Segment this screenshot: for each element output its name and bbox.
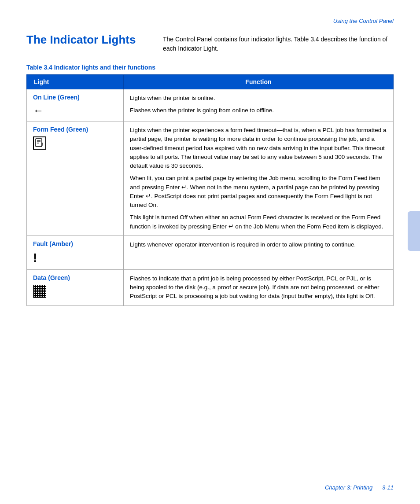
light-name: On Line (Green) [33,94,117,101]
light-cell: Data (Green) [27,269,124,305]
table-row: On Line (Green)←Lights when the printer … [27,89,394,121]
data-icon [33,285,117,298]
function-paragraph: Flashes to indicate that a print job is … [130,274,387,301]
function-cell: Lights when the printer is online.Flashe… [124,89,394,121]
section-header-row: The Indicator Lights The Control Panel c… [26,33,394,53]
function-paragraph: This light is turned Off when either an … [130,213,387,231]
sidebar-chapter-tab [408,211,420,251]
svg-rect-0 [36,139,42,147]
page-footer: Chapter 3: Printing 3-11 [325,484,394,491]
col-header-light: Light [27,75,124,89]
exclamation-icon: ! [33,251,117,265]
function-paragraph: Lights whenever operator intervention is… [130,240,387,249]
function-paragraph: Lights when the printer is online. [130,94,387,103]
page-header: Using the Control Panel [26,18,394,24]
col-header-function: Function [124,75,394,89]
light-cell: On Line (Green)← [27,89,124,121]
function-paragraph: Lights when the printer experiences a fo… [130,126,387,170]
light-name: Form Feed (Green) [33,126,117,133]
light-name: Data (Green) [33,274,117,281]
section-intro: The Control Panel contains four indicato… [163,33,394,53]
table-row: Data (Green)Flashes to indicate that a p… [27,269,394,305]
function-cell: Lights when the printer experiences a fo… [124,121,394,236]
indicator-table: Light Function On Line (Green)←Lights wh… [26,74,394,306]
footer-page: 3-11 [382,484,394,491]
light-cell: Form Feed (Green) [27,121,124,236]
form-feed-icon [33,136,117,151]
arrow-left-icon: ← [33,104,117,117]
page-container: Using the Control Panel The Indicator Li… [0,0,420,504]
light-name: Fault (Amber) [33,240,117,247]
section-title: The Indicator Lights [26,33,150,47]
header-label: Using the Control Panel [333,18,394,24]
function-cell: Flashes to indicate that a print job is … [124,269,394,305]
table-caption: Table 3.4 Indicator lights and their fun… [26,64,394,71]
light-cell: Fault (Amber)! [27,235,124,269]
function-cell: Lights whenever operator intervention is… [124,235,394,269]
function-paragraph: Flashes when the printer is going from o… [130,106,387,115]
footer-chapter: Chapter 3: Printing [325,484,372,491]
table-row: Fault (Amber)!Lights whenever operator i… [27,235,394,269]
table-header-row: Light Function [27,75,394,89]
function-paragraph: When lit, you can print a partial page b… [130,174,387,210]
table-row: Form Feed (Green) Lights when the printe… [27,121,394,236]
